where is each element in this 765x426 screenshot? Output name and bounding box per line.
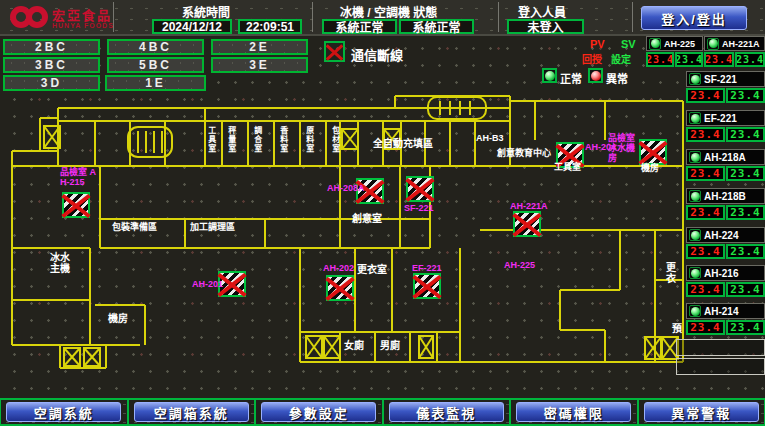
nav-cell: 異常警報	[638, 398, 765, 426]
floor-button-3e[interactable]: 3E	[211, 57, 308, 73]
ahu-sv-value: 23.4	[726, 127, 765, 142]
abnormal-led-icon	[588, 68, 603, 83]
floor-button-2bc[interactable]: 2BC	[3, 39, 100, 55]
sidebar-empty-slot	[676, 339, 765, 356]
brand-subtitle: HUNYA FOODS	[52, 22, 114, 29]
status-led-icon	[707, 38, 719, 50]
comm-fail-device-icon[interactable]	[639, 139, 667, 165]
ahu-sv-value: 23.4	[726, 320, 765, 335]
nav-cell: 空調系統	[0, 398, 128, 426]
room-label: 更衣室	[357, 264, 387, 275]
ahu-pv-value: 23.4	[686, 282, 725, 297]
room-label: 包裝準備區	[112, 223, 157, 233]
comm-fail-device-icon[interactable]	[326, 275, 354, 301]
login-status-value: 未登入	[507, 19, 584, 34]
ahu-name: AH-218A	[704, 152, 746, 163]
device-label: AH-208A	[327, 184, 365, 194]
ahu-plate-ah-221a[interactable]: AH-221A	[704, 36, 765, 51]
device-label: AH-202	[323, 264, 354, 274]
room-label: AH-B3	[476, 134, 504, 144]
floor-button-5bc[interactable]: 5BC	[107, 57, 204, 73]
ahu-name: AH-225	[664, 39, 695, 49]
room-label: 創意室	[352, 213, 382, 224]
header-divider	[113, 2, 114, 32]
ahu-name: EF-221	[704, 113, 737, 124]
ahu-sv-value: 23.4	[726, 166, 765, 181]
ahu-pv-value: 23.4	[686, 244, 725, 259]
pv-column-label: PV	[590, 38, 605, 50]
nav-button-ac-system[interactable]: 空調系統	[6, 402, 121, 422]
ahu-sv-value: 23.4	[675, 52, 703, 67]
room-label: 更衣	[666, 262, 680, 284]
room-label: 加工調理區	[190, 223, 235, 233]
room-label: 包材室	[330, 126, 339, 153]
ahu-sv-value: 23.4	[726, 205, 765, 220]
floor-button-4bc[interactable]: 4BC	[107, 39, 204, 55]
room-label: 秤量室	[226, 126, 235, 153]
ahu-plate-ah-224[interactable]: AH-224	[686, 227, 765, 243]
abnormal-legend-label: 異常	[606, 70, 628, 86]
device-label: SF-221	[404, 204, 434, 214]
ahu-name: AH-224	[704, 230, 738, 241]
header-bar: 宏亞食品 HUNYA FOODS 系統時間 2024/12/12 22:09:5…	[0, 0, 765, 36]
ahu-plate-ef-221[interactable]: EF-221	[686, 110, 765, 126]
ahu-plate-ah-225[interactable]: AH-225	[646, 36, 703, 51]
sv-column-label: SV	[621, 38, 636, 50]
nav-cell: 空調箱系統	[128, 398, 256, 426]
ahu-plate-ah-218a[interactable]: AH-218A	[686, 149, 765, 165]
status-led-icon	[689, 112, 701, 124]
chiller-status-value: 系統正常	[322, 19, 397, 34]
status-led-icon	[689, 73, 701, 85]
ahu-sv-value: 23.4	[726, 282, 765, 297]
room-label: 全自動充填區	[373, 138, 433, 149]
sidebar-empty-slot	[676, 358, 765, 375]
login-logout-button[interactable]: 登入/登出	[641, 6, 747, 30]
ahu-plate-sf-221[interactable]: SF-221	[686, 71, 765, 87]
setting-column-label: 設定	[611, 51, 631, 66]
room-label: 創意教育中心	[497, 149, 551, 159]
device-label: AH-225	[504, 261, 535, 271]
header-divider	[632, 2, 633, 32]
nav-button-meter-monitor[interactable]: 儀表監視	[389, 402, 504, 422]
floor-button-3bc[interactable]: 3BC	[3, 57, 100, 73]
room-label: 預	[672, 323, 682, 334]
floor-button-3d[interactable]: 3D	[3, 75, 100, 91]
ahu-plate-ah-214[interactable]: AH-214	[686, 303, 765, 319]
ahu-pv-value: 23.4	[686, 127, 725, 142]
comm-fail-device-icon[interactable]	[413, 273, 441, 299]
ahu-plate-ah-218b[interactable]: AH-218B	[686, 188, 765, 204]
nav-cell: 密碼權限	[510, 398, 638, 426]
ahu-sv-value: 23.4	[726, 88, 765, 103]
comm-fail-legend-label: 通信斷線	[351, 45, 403, 64]
device-label: EF-221	[412, 264, 442, 274]
ahu-name: AH-216	[704, 268, 738, 279]
nav-cell: 參數設定	[255, 398, 383, 426]
room-label: 原料室	[304, 126, 313, 153]
header-divider	[498, 2, 499, 32]
ahu-name: AH-221A	[722, 39, 760, 49]
status-led-icon	[689, 305, 701, 317]
comm-fail-device-icon[interactable]	[513, 211, 541, 237]
ahu-plate-ah-216[interactable]: AH-216	[686, 265, 765, 281]
room-label: 工具室	[206, 126, 215, 153]
device-label: 品檢室 冰水機房	[608, 134, 638, 164]
nav-button-password-authority[interactable]: 密碼權限	[516, 402, 631, 422]
ahu-pv-value: 23.4	[686, 320, 725, 335]
system-date-value: 2024/12/12	[152, 19, 232, 34]
comm-fail-device-icon[interactable]	[62, 192, 90, 218]
floor-button-1e[interactable]: 1E	[105, 75, 206, 91]
ahu-sv-value: 23.4	[726, 244, 765, 259]
comm-fail-device-icon[interactable]	[406, 176, 434, 202]
nav-button-ahu-system[interactable]: 空調箱系統	[134, 402, 249, 422]
nav-button-alarm[interactable]: 異常警報	[644, 402, 759, 422]
status-led-icon	[649, 38, 661, 50]
room-label: 男廁	[380, 340, 400, 351]
brand-logo: 宏亞食品 HUNYA FOODS	[4, 2, 112, 34]
feedback-column-label: 回授	[582, 51, 602, 66]
nav-cell: 儀表監視	[383, 398, 511, 426]
ahu-name: AH-214	[704, 306, 738, 317]
ahu-pv-value: 23.4	[686, 205, 725, 220]
ahu-status-value: 系統正常	[399, 19, 474, 34]
nav-button-parameter-settings[interactable]: 參數設定	[261, 402, 376, 422]
floor-button-2e[interactable]: 2E	[211, 39, 308, 55]
